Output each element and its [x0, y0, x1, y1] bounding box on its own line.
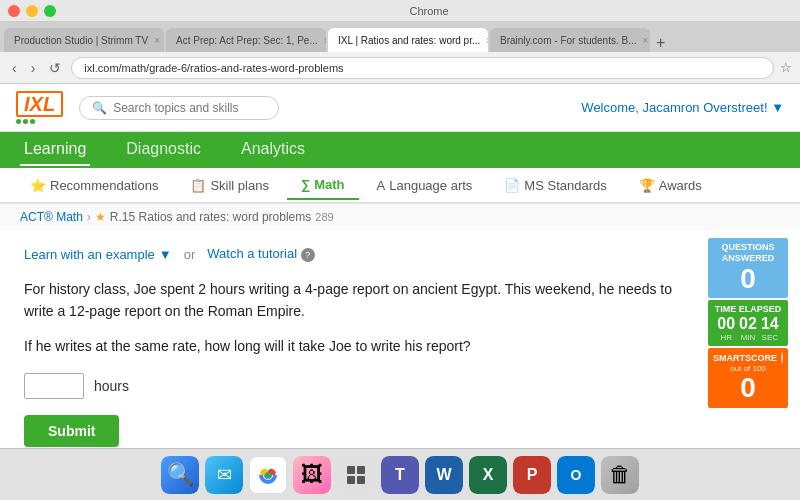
outlook-icon: O: [557, 456, 595, 494]
traffic-lights: [8, 5, 56, 17]
svg-rect-3: [357, 466, 365, 474]
tab-close-4[interactable]: ×: [643, 35, 649, 46]
answer-unit-label: hours: [94, 378, 129, 394]
tab-3-active[interactable]: IXL | Ratios and rates: word pr... ×: [328, 28, 488, 52]
timer-seconds: 14 SEC: [761, 315, 779, 342]
subnav-ms-standards[interactable]: 📄 MS Standards: [490, 172, 620, 199]
tutorial-help-icon: ?: [301, 248, 315, 262]
nav-analytics[interactable]: Analytics: [237, 134, 309, 166]
ixl-header: IXL 🔍 Welcome, Jacamron Overstreet! ▼: [0, 84, 800, 132]
main-nav: Learning Diagnostic Analytics: [0, 132, 800, 168]
close-button[interactable]: [8, 5, 20, 17]
svg-rect-5: [357, 476, 365, 484]
timer-display: 00 HR 02 MIN 14 SEC: [714, 315, 782, 342]
learn-chevron-icon: ▼: [159, 247, 172, 262]
chrome-icon: [249, 456, 287, 494]
breadcrumb-separator: ›: [87, 210, 91, 224]
breadcrumb: ACT® Math › ★ R.15 Ratios and rates: wor…: [0, 204, 800, 230]
trash-dock-icon[interactable]: 🗑: [601, 456, 639, 494]
nav-diagnostic[interactable]: Diagnostic: [122, 134, 205, 166]
trash-icon: 🗑: [601, 456, 639, 494]
address-bar[interactable]: [71, 57, 774, 79]
sub-nav: ⭐ Recommendations 📋 Skill plans ∑ Math A…: [0, 168, 800, 204]
powerpoint-dock-icon[interactable]: P: [513, 456, 551, 494]
learn-example-button[interactable]: Learn with an example ▼: [24, 247, 172, 262]
finder-icon: 🔍: [161, 456, 199, 494]
refresh-button[interactable]: ↺: [45, 58, 65, 78]
skill-plans-icon: 📋: [190, 178, 206, 193]
recommendations-icon: ⭐: [30, 178, 46, 193]
questions-answered-label: Questions answered: [714, 242, 782, 264]
or-text: or: [184, 247, 196, 262]
search-bar[interactable]: 🔍: [79, 96, 279, 120]
finder-dock-icon[interactable]: 🔍: [161, 456, 199, 494]
chrome-dock-icon[interactable]: [249, 456, 287, 494]
time-elapsed-label: Time elapsed: [714, 304, 782, 315]
smartscore-value: 0: [714, 373, 782, 404]
maximize-button[interactable]: [44, 5, 56, 17]
action-bar: Learn with an example ▼ or Watch a tutor…: [24, 246, 684, 262]
tab-close-2[interactable]: ×: [324, 35, 326, 46]
excel-dock-icon[interactable]: X: [469, 456, 507, 494]
smartscore-label-row: SmartScore i: [714, 352, 782, 364]
browser-titlebar: Chrome: [0, 0, 800, 22]
breadcrumb-number: 289: [315, 211, 333, 223]
mail-dock-icon[interactable]: ✉: [205, 456, 243, 494]
outlook-dock-icon[interactable]: O: [557, 456, 595, 494]
photos-icon: 🖼: [293, 456, 331, 494]
answer-row: hours: [24, 373, 684, 399]
time-elapsed-box: Time elapsed 00 HR 02 MIN 14 SEC: [708, 300, 788, 346]
math-icon: ∑: [301, 177, 310, 192]
word-icon: W: [425, 456, 463, 494]
word-dock-icon[interactable]: W: [425, 456, 463, 494]
subnav-skill-plans[interactable]: 📋 Skill plans: [176, 172, 283, 199]
smartscore-info-icon[interactable]: i: [781, 352, 783, 364]
questions-answered-box: Questions answered 0: [708, 238, 788, 298]
search-icon: 🔍: [92, 101, 107, 115]
bookmark-star[interactable]: ☆: [780, 60, 792, 75]
timer-minutes: 02 MIN: [739, 315, 757, 342]
subnav-math[interactable]: ∑ Math: [287, 171, 359, 200]
subnav-awards[interactable]: 🏆 Awards: [625, 172, 716, 199]
subnav-recommendations[interactable]: ⭐ Recommendations: [16, 172, 172, 199]
photos-dock-icon[interactable]: 🖼: [293, 456, 331, 494]
teams-icon: T: [381, 456, 419, 494]
forward-button[interactable]: ›: [27, 58, 40, 78]
tab-4[interactable]: Brainly.com - For students. B... ×: [490, 28, 650, 52]
grid-icon: [337, 456, 375, 494]
subnav-language-arts[interactable]: A Language arts: [363, 172, 487, 199]
breadcrumb-link[interactable]: ACT® Math: [20, 210, 83, 224]
back-button[interactable]: ‹: [8, 58, 21, 78]
ixl-logo-text: IXL: [16, 91, 63, 117]
tab-close-1[interactable]: ×: [154, 35, 160, 46]
tab-1[interactable]: Production Studio | Strimm TV ×: [4, 28, 164, 52]
watch-tutorial-link[interactable]: Watch a tutorial ?: [207, 246, 314, 262]
breadcrumb-star-icon: ★: [95, 210, 106, 224]
smartscore-box: SmartScore i out of 100 0: [708, 348, 788, 408]
question-text-part1: For history class, Joe spent 2 hours wri…: [24, 278, 684, 323]
tab-close-3[interactable]: ×: [486, 35, 488, 46]
welcome-message: Welcome, Jacamron Overstreet! ▼: [581, 100, 784, 115]
questions-answered-value: 0: [714, 264, 782, 295]
submit-button[interactable]: Submit: [24, 415, 119, 447]
minimize-button[interactable]: [26, 5, 38, 17]
ixl-logo-dots: [16, 119, 35, 124]
search-input[interactable]: [113, 101, 253, 115]
grid-dock-icon[interactable]: [337, 456, 375, 494]
teams-dock-icon[interactable]: T: [381, 456, 419, 494]
question-text-part2: If he writes at the same rate, how long …: [24, 335, 684, 357]
svg-point-1: [265, 472, 271, 478]
browser-title: Chrome: [66, 5, 792, 17]
svg-rect-2: [347, 466, 355, 474]
answer-input[interactable]: [24, 373, 84, 399]
browser-toolbar: ‹ › ↺ ☆: [0, 52, 800, 84]
powerpoint-icon: P: [513, 456, 551, 494]
mail-icon: ✉: [205, 456, 243, 494]
ms-standards-icon: 📄: [504, 178, 520, 193]
breadcrumb-current: R.15 Ratios and rates: word problems: [110, 210, 311, 224]
excel-icon: X: [469, 456, 507, 494]
welcome-dropdown: ▼: [771, 100, 784, 115]
new-tab-button[interactable]: +: [656, 34, 665, 52]
nav-learning[interactable]: Learning: [20, 134, 90, 166]
tab-2[interactable]: Act Prep: Act Prep: Sec: 1, Pe... ×: [166, 28, 326, 52]
